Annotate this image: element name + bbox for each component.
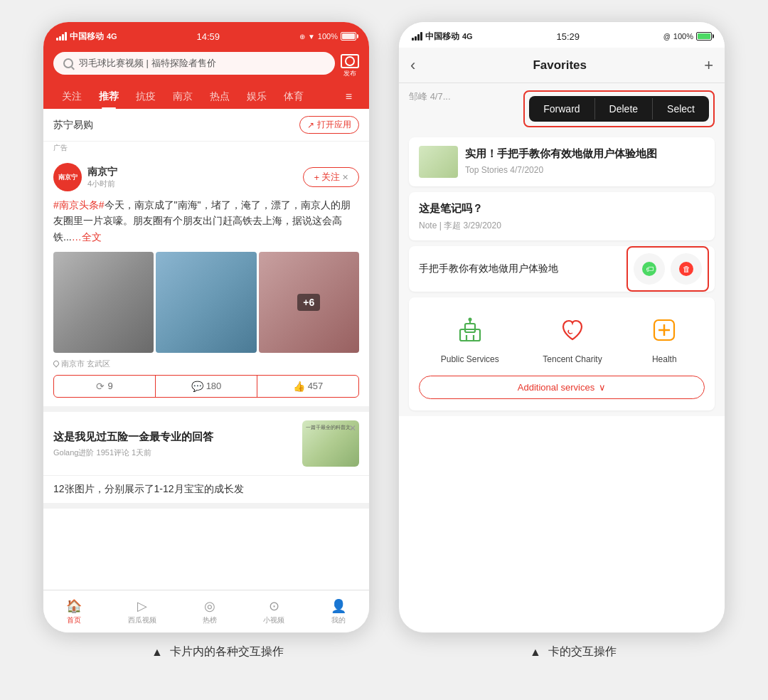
tab-rebang-label: 热榜 (203, 615, 217, 625)
left-phone: 中国移动 4G 14:59 ⊕ ▼ 100% (43, 21, 370, 633)
post-image-2 (156, 252, 256, 352)
tag-icon: 🏷 (642, 262, 656, 276)
public-services-icon (452, 312, 489, 349)
tab-xigua[interactable]: ▷ 西瓜视频 (128, 598, 156, 625)
article-meta: Golang进阶 1951评论 1天前 (53, 447, 295, 458)
nav-menu-icon[interactable]: ≡ (338, 85, 359, 109)
forward-button[interactable]: Forward (529, 96, 594, 122)
tab-mine[interactable]: 👤 我的 (331, 598, 346, 625)
right-time: 15:29 (556, 31, 580, 42)
left-status-bar: 中国移动 4G 14:59 ⊕ ▼ 100% (43, 22, 369, 48)
context-menu: Forward Delete Select (529, 96, 709, 122)
comment-count: 180 (206, 381, 222, 391)
bottom-tab-bar: 🏠 首页 ▷ 西瓜视频 ◎ 热榜 ⊙ 小视频 👤 我的 (43, 590, 369, 632)
like-button[interactable]: 👍 457 (257, 376, 358, 397)
battery-icon (341, 32, 356, 41)
service-health[interactable]: Health (646, 312, 683, 364)
select-button[interactable]: Select (653, 96, 709, 122)
add-button[interactable]: + (704, 56, 713, 75)
fav-card-1-title: 实用！手把手教你有效地做用户体验地图 (465, 146, 657, 161)
article-thumbnail: 一篇干最全的科普文。 ✕ (302, 420, 359, 467)
context-menu-row: 邹峰 4/7... Forward Delete Select (409, 90, 715, 132)
right-carrier: 中国移动 4G (412, 31, 473, 43)
context-menu-border: Forward Delete Select (523, 90, 715, 127)
tab-xiaovideo-label: 小视频 (263, 615, 284, 625)
fav-card-1-meta: Top Stories 4/7/2020 (465, 165, 657, 175)
tab-home[interactable]: 🏠 首页 (66, 598, 82, 625)
tag-button[interactable]: 🏷 (634, 253, 665, 285)
service-public-services[interactable]: Public Services (441, 312, 499, 364)
xiaovideo-icon: ⊙ (266, 598, 282, 614)
trash-icon: 🗑 (679, 262, 693, 276)
more-link[interactable]: …全文 (72, 231, 102, 243)
left-bottom-label: ▲ 卡片内的各种交互操作 (151, 645, 284, 659)
fav-card-2-meta: Note | 李超 3/29/2020 (419, 220, 705, 232)
fav-card-1[interactable]: 实用！手把手教你有效地做用户体验地图 Top Stories 4/7/2020 (409, 137, 715, 186)
tab-mine-label: 我的 (331, 615, 346, 625)
repost-icon: ⟳ (96, 381, 105, 392)
service-tencent-charity[interactable]: Tencent Charity (543, 312, 602, 364)
back-button[interactable]: ‹ (410, 56, 415, 75)
repost-button[interactable]: ⟳ 9 (54, 376, 156, 397)
article-close-icon[interactable]: ✕ (349, 423, 356, 433)
ad-open-button[interactable]: ↗ 打开应用 (299, 116, 359, 134)
right-bottom-label: ▲ 卡的交互操作 (530, 645, 617, 659)
swipe-card-content: 手把手教你有效地做用户体验地 (409, 253, 626, 285)
fav-card-2-title: 这是笔记吗？ (419, 201, 705, 216)
right-phone: 中国移动 4G 15:29 @ 100% ‹ Favorites + (398, 21, 725, 633)
services-row: Public Services Tencent Charity (419, 312, 705, 364)
tab-xigua-label: 西瓜视频 (128, 615, 156, 625)
additional-services-button[interactable]: Additional services ∨ (419, 376, 705, 399)
ad-banner: 苏宁易购 ↗ 打开应用 (43, 109, 369, 142)
wechat-header: ‹ Favorites + (399, 48, 725, 83)
post-header: 南京宁 南京宁 4小时前 + 关注 ✕ (53, 163, 359, 191)
swipe-actions: 🏷 🗑 (626, 246, 709, 292)
nav-item-kangyi[interactable]: 抗疫 (127, 85, 164, 109)
post-images: +6 (53, 252, 359, 352)
follow-button[interactable]: + 关注 ✕ (303, 167, 359, 187)
context-menu-wrapper: Forward Delete Select (523, 90, 715, 132)
fav-item-user: 邹峰 4/7... (409, 90, 451, 103)
left-battery-area: ⊕ ▼ 100% (299, 32, 356, 41)
tab-rebang[interactable]: ◎ 热榜 (202, 598, 218, 625)
post-location: 南京市 玄武区 (53, 359, 359, 369)
comment-button[interactable]: 💬 180 (156, 376, 257, 397)
favorites-list: 实用！手把手教你有效地做用户体验地图 Top Stories 4/7/2020 … (399, 132, 725, 416)
left-label-text: 卡片内的各种交互操作 (170, 645, 284, 659)
post-user-info: 南京宁 南京宁 4小时前 (53, 163, 117, 191)
weibo-header: 羽毛球比赛视频 | 福特探险者售价 发布 关注 推荐 抗疫 南京 热点 娱乐 体… (43, 48, 369, 109)
right-lock-icon: @ (663, 33, 671, 41)
post-image-3: +6 (259, 252, 359, 352)
fav-card-1-image (419, 146, 458, 178)
left-carrier: 中国移动 4G (56, 31, 117, 43)
left-time: 14:59 (197, 31, 220, 42)
location-pin-icon (52, 359, 60, 367)
right-battery-area: @ 100% (663, 32, 712, 41)
image-count-badge: +6 (297, 294, 320, 311)
swipe-card[interactable]: 手把手教你有效地做用户体验地 🏷 🗑 (409, 246, 715, 292)
rebang-icon: ◎ (202, 598, 218, 614)
tab-xiaovideo[interactable]: ⊙ 小视频 (263, 598, 284, 625)
weibo-search-bar[interactable]: 羽毛球比赛视频 | 福特探险者售价 (53, 52, 335, 75)
article-card: 这是我见过五险一金最专业的回答 Golang进阶 1951评论 1天前 一篇干最… (43, 412, 369, 476)
tencent-charity-label: Tencent Charity (543, 354, 602, 364)
fav-card-2[interactable]: 这是笔记吗？ Note | 李超 3/29/2020 (409, 192, 715, 240)
mine-icon: 👤 (331, 598, 346, 614)
right-triangle-icon: ▲ (530, 646, 541, 659)
nav-item-rebang[interactable]: 热点 (201, 85, 238, 109)
nav-item-guanzhu[interactable]: 关注 (53, 85, 90, 109)
nav-item-yule[interactable]: 娱乐 (238, 85, 275, 109)
xigua-icon: ▷ (134, 598, 150, 614)
open-app-icon: ↗ (307, 120, 314, 130)
publish-button[interactable]: 发布 (341, 54, 359, 78)
delete-button[interactable]: Delete (595, 96, 652, 122)
close-icon[interactable]: ✕ (342, 173, 348, 182)
weibo-nav: 关注 推荐 抗疫 南京 热点 娱乐 体育 ≡ (53, 85, 359, 109)
nav-item-tuijian[interactable]: 推荐 (90, 85, 127, 109)
right-battery-icon (696, 32, 712, 41)
nav-item-tiyu[interactable]: 体育 (275, 85, 312, 109)
post-time: 4小时前 (87, 179, 117, 189)
article-content: 这是我见过五险一金最专业的回答 Golang进阶 1951评论 1天前 (53, 429, 295, 458)
nav-item-nanjing[interactable]: 南京 (164, 85, 201, 109)
swipe-delete-button[interactable]: 🗑 (671, 253, 702, 285)
